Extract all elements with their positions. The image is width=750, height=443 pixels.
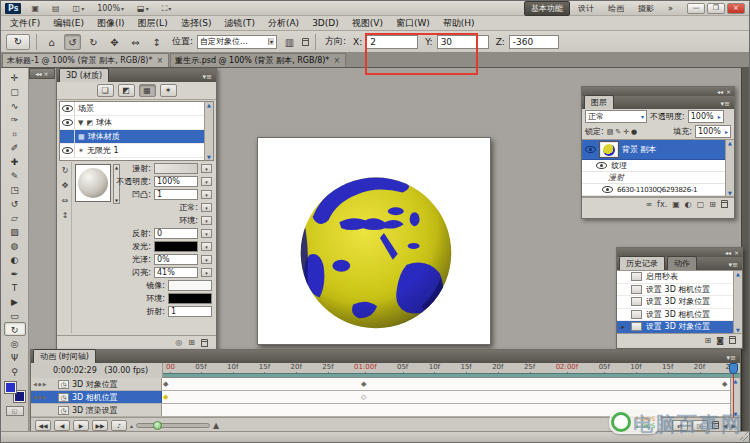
menu-analysis[interactable]: 分析(A)	[268, 17, 299, 30]
keyframe-diamond-selected[interactable]: ◆	[163, 393, 168, 402]
diffuse-swatch[interactable]	[154, 163, 198, 174]
next-frame-button[interactable]: ▶▶	[92, 420, 108, 431]
texture-menu-icon[interactable]: ▾	[201, 242, 212, 251]
texture-menu-icon[interactable]: ▾	[201, 229, 212, 238]
trash-icon[interactable]	[721, 200, 728, 208]
texture-menu-icon[interactable]: ▾	[201, 255, 212, 264]
audio-toggle-icon[interactable]: ♪	[111, 420, 127, 431]
3d-pan-mode-button[interactable]: ✥	[106, 34, 123, 50]
stopwatch-icon[interactable]: ◷	[58, 380, 69, 389]
3d-orbit-tool[interactable]: ◎	[4, 336, 26, 350]
trash-icon[interactable]	[201, 339, 208, 347]
3d-rotate-tool[interactable]: ↻	[4, 322, 26, 336]
zoom-in-icon[interactable]: ▲	[213, 421, 219, 430]
track-3d-object-position[interactable]: ◀◆▶ ◷ 3D 对象位置 ◆ ◆ ◆	[31, 378, 740, 391]
layer-thumbnail[interactable]	[600, 142, 618, 157]
close-tab-icon[interactable]: ×	[333, 56, 340, 65]
workspace-design-button[interactable]: 设计	[572, 2, 600, 15]
keyframe-diamond[interactable]: ◆	[722, 380, 727, 389]
eyedropper-tool[interactable]: ✐	[4, 140, 26, 154]
tree-item-scene[interactable]: 场景	[60, 102, 213, 116]
track-lane[interactable]: ◆ ◆ ◆	[162, 378, 740, 390]
3d-scale-material-icon[interactable]: ↕	[62, 211, 69, 220]
new-layer-icon[interactable]: ⊞	[709, 200, 716, 209]
y-input[interactable]: 30	[437, 35, 489, 49]
panel-menu-icon[interactable]: ▾≡	[723, 354, 740, 363]
menu-edit[interactable]: 编辑(E)	[53, 17, 84, 30]
filter-lights-icon[interactable]: ✶	[160, 84, 177, 97]
lock-transparency-icon[interactable]: ▨	[607, 128, 614, 136]
return-home-icon[interactable]: ⌂	[43, 34, 60, 50]
keyframe-diamond[interactable]: ◆	[361, 380, 366, 389]
3d-pan-material-icon[interactable]: ✥	[62, 181, 69, 190]
visibility-eye-icon[interactable]	[62, 119, 73, 126]
delete-position-icon[interactable]	[302, 38, 309, 46]
menu-window[interactable]: 窗口(W)	[396, 17, 430, 30]
workspace-photography-button[interactable]: 摄影	[632, 2, 660, 15]
panel-menu-icon[interactable]: ▾≡	[717, 100, 734, 109]
bump-input[interactable]: 1	[154, 189, 198, 200]
history-step[interactable]: 启用秒表	[617, 271, 742, 284]
position-select[interactable]: 自定对象位... ▾	[197, 35, 277, 49]
filter-scene-icon[interactable]: ❏	[97, 84, 114, 97]
layer-mask-icon[interactable]: ▣	[672, 200, 680, 209]
dodge-tool[interactable]: ◐	[4, 252, 26, 266]
document-tab-untitled[interactable]: 未标题-1 @ 100% (背景 副本, RGB/8)* ×	[2, 53, 169, 67]
history-step[interactable]: 设置 3D 相机位置	[617, 284, 742, 297]
tree-item-sphere[interactable]: ▼ ◩ 球体	[60, 116, 213, 130]
texture-menu-icon[interactable]: ▾	[201, 190, 212, 199]
previous-frame-button[interactable]: ◀	[54, 420, 70, 431]
link-layers-icon[interactable]: ∞	[645, 200, 652, 209]
texture-menu-icon[interactable]: ▾	[201, 164, 212, 173]
tab-animation-timeline[interactable]: 动画 (时间轴)	[33, 349, 96, 363]
view-extras-icon[interactable]: ▤	[49, 2, 63, 15]
layer-row-diffuse[interactable]: 漫射	[582, 172, 734, 184]
keyframe-diamond[interactable]: ◆	[163, 380, 168, 389]
shape-tool[interactable]: ▭	[4, 308, 26, 322]
tree-item-sphere-material[interactable]: ▦ 球体材质	[60, 130, 213, 144]
type-tool[interactable]: T	[4, 280, 26, 294]
texture-menu-icon[interactable]: ▾	[201, 268, 212, 277]
layer-row-textures[interactable]: 纹理	[582, 160, 734, 172]
healing-brush-tool[interactable]: ✚	[4, 154, 26, 168]
fill-input[interactable]: 100%▸	[695, 125, 731, 138]
menu-file[interactable]: 文件(F)	[10, 17, 40, 30]
clone-stamp-tool[interactable]: ◳	[4, 182, 26, 196]
history-step[interactable]: 设置 3D 相机位置	[617, 309, 742, 322]
close-icon[interactable]: ×	[726, 88, 731, 96]
reflection-input[interactable]: 0	[154, 228, 198, 239]
scrollbar[interactable]: ▲▼	[204, 102, 213, 160]
new-snapshot-icon[interactable]: ◙	[716, 336, 724, 345]
tab-actions[interactable]: 动作	[667, 256, 697, 270]
path-selection-tool[interactable]: ▶	[4, 294, 26, 308]
history-step-current[interactable]: ▸设置 3D 对象位置	[617, 321, 742, 333]
menu-layer[interactable]: 图层(L)	[138, 17, 168, 30]
quick-mask-button[interactable]: ◱	[6, 406, 24, 416]
menu-filter[interactable]: 滤镜(T)	[224, 17, 255, 30]
menu-select[interactable]: 选择(S)	[181, 17, 212, 30]
lasso-tool[interactable]: ∿	[4, 98, 26, 112]
minimize-button[interactable]: —	[687, 3, 705, 14]
play-button[interactable]: ▶	[73, 420, 89, 431]
zoom-tool[interactable]: ⚲	[4, 364, 26, 378]
close-button[interactable]: ×	[727, 3, 745, 14]
new-item-icon[interactable]: ⊞	[188, 338, 195, 347]
panel-menu-icon[interactable]: ▾≡	[199, 73, 216, 82]
zoom-out-icon[interactable]: ▴	[130, 422, 133, 429]
glow-color-swatch[interactable]	[154, 241, 198, 252]
save-position-icon[interactable]: ▥	[281, 34, 298, 50]
adjustment-layer-icon[interactable]: ◐	[685, 200, 692, 209]
menu-view[interactable]: 视图(V)	[352, 17, 383, 30]
workspace-painting-button[interactable]: 绘画	[602, 2, 630, 15]
x-input[interactable]: 2	[366, 35, 418, 49]
lock-position-icon[interactable]: ✛	[623, 128, 629, 136]
3d-scale-mode-button[interactable]: ↕	[148, 34, 165, 50]
rotate-view-icon[interactable]: ⛶	[159, 2, 175, 15]
filter-materials-icon[interactable]: ▦	[139, 84, 156, 97]
eraser-tool[interactable]: ▱	[4, 210, 26, 224]
pen-tool[interactable]: ✒	[4, 266, 26, 280]
opacity-input[interactable]: 100%▸	[688, 110, 724, 123]
texture-menu-icon[interactable]: ▾	[201, 203, 212, 212]
refraction-input[interactable]: 1	[168, 306, 212, 317]
history-brush-tool[interactable]: ↺	[4, 196, 26, 210]
